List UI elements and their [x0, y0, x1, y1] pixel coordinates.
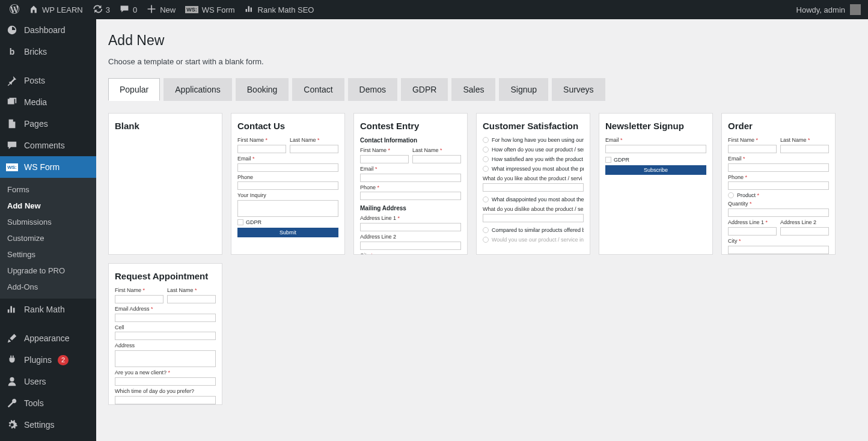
sidebar-label: Comments	[24, 141, 65, 150]
tab-surveys[interactable]: Surveys	[552, 78, 605, 101]
sidebar-item-plugins[interactable]: Plugins 2	[0, 349, 96, 371]
template-order[interactable]: Order First Name * Last Name * Email * P…	[721, 113, 836, 255]
field-input	[728, 246, 829, 254]
updates-count: 3	[106, 5, 110, 14]
sidebar-label: Settings	[24, 420, 55, 430]
field-label: How often do you use our product / serv	[492, 147, 584, 153]
sidebar-item-rankmath[interactable]: Rank Math	[0, 299, 96, 320]
tab-demos[interactable]: Demos	[348, 78, 397, 101]
main-content: Add New Choose a template or start with …	[96, 19, 868, 441]
sidebar-item-posts[interactable]: Posts	[0, 70, 96, 91]
sidebar-item-settings[interactable]: Settings	[0, 414, 96, 436]
template-request-appointment[interactable]: Request Appointment First Name * Last Na…	[108, 263, 222, 405]
sidebar-item-pages[interactable]: Pages	[0, 113, 96, 135]
field-input	[728, 145, 777, 153]
field-input	[780, 145, 829, 153]
field-label: Quantity *	[728, 201, 829, 207]
sidebar-item-bricks[interactable]: bBricks	[0, 41, 96, 62]
admin-topbar: WP LEARN 3 0 New WS:WS Form Rank Math SE…	[0, 0, 868, 19]
sidebar-item-comments[interactable]: Comments	[0, 135, 96, 156]
wsform-topbar-link[interactable]: WS:WS Form	[180, 0, 239, 19]
sidebar-item-media[interactable]: Media	[0, 91, 96, 113]
field-label: Which time of day do you prefer?	[115, 388, 216, 395]
sidebar-item-wsform[interactable]: WS:WS Form	[0, 156, 96, 178]
new-label: New	[160, 5, 176, 14]
field-label: Email *	[237, 156, 338, 162]
chart-icon	[245, 4, 254, 16]
page-title: Add New	[108, 32, 856, 49]
subscribe-button-preview: Subscribe	[605, 165, 706, 175]
template-title: Contact Us	[237, 121, 338, 131]
sidebar-sub-forms[interactable]: Forms	[0, 181, 96, 198]
plus-icon	[147, 4, 156, 16]
checkbox-icon	[605, 157, 611, 163]
rankmath-topbar-link[interactable]: Rank Math SEO	[240, 0, 319, 19]
sidebar-sub-addons[interactable]: Add-Ons	[0, 279, 96, 295]
new-link[interactable]: New	[142, 0, 180, 19]
tab-sales[interactable]: Sales	[451, 78, 495, 101]
topbar-right[interactable]: Howdy, admin	[796, 4, 863, 15]
sidebar-sub-addnew[interactable]: Add New	[0, 198, 96, 214]
field-label: Product *	[737, 192, 759, 198]
field-input	[412, 155, 461, 163]
tab-booking[interactable]: Booking	[236, 78, 289, 101]
tab-applications[interactable]: Applications	[164, 78, 232, 101]
field-input	[290, 145, 338, 153]
field-label: What disappointed you most about the	[492, 196, 584, 202]
sidebar-label: Pages	[24, 119, 48, 129]
radio-icon	[728, 192, 734, 198]
updates-link[interactable]: 3	[88, 0, 115, 19]
sidebar-item-appearance[interactable]: Appearance	[0, 327, 96, 349]
user-icon	[6, 376, 18, 388]
sidebar-sub-settings[interactable]: Settings	[0, 246, 96, 263]
page-icon	[6, 118, 18, 130]
radio-icon	[483, 147, 489, 153]
field-textarea	[115, 350, 216, 367]
comments-count: 0	[133, 5, 137, 14]
field-label: City *	[728, 238, 829, 245]
template-contact-us[interactable]: Contact Us First Name * Last Name * Emai…	[231, 113, 345, 255]
section-heading: Contact Information	[360, 137, 461, 144]
sidebar-item-users[interactable]: Users	[0, 371, 96, 392]
field-label: Last Name *	[412, 147, 461, 154]
site-name-link[interactable]: WP LEARN	[24, 0, 88, 19]
sidebar-item-tools[interactable]: Tools	[0, 392, 96, 414]
field-label: First Name *	[728, 137, 777, 144]
tab-contact[interactable]: Contact	[292, 78, 344, 101]
field-label: Last Name *	[780, 137, 829, 144]
comments-link[interactable]: 0	[115, 0, 142, 19]
sidebar-sub-customize[interactable]: Customize	[0, 230, 96, 246]
field-label: Email *	[605, 137, 706, 144]
template-contest-entry[interactable]: Contest Entry Contact Information First …	[353, 113, 468, 255]
field-label: Address Line 1 *	[728, 219, 777, 226]
brush-icon	[6, 332, 18, 344]
template-newsletter-signup[interactable]: Newsletter Signup Email * GDPR Subscribe	[599, 113, 713, 255]
comment-icon	[120, 4, 129, 16]
field-input	[728, 208, 829, 217]
field-label: Last Name *	[167, 287, 216, 294]
sidebar-item-dashboard[interactable]: Dashboard	[0, 19, 96, 41]
field-label: Your Inquiry	[237, 192, 338, 199]
tab-popular[interactable]: Popular	[108, 78, 160, 101]
wp-logo-menu[interactable]	[5, 0, 24, 19]
field-label: What impressed you most about the pro	[492, 166, 584, 172]
field-input	[167, 295, 216, 303]
radio-icon	[483, 137, 489, 143]
template-blank[interactable]: Blank	[108, 113, 222, 255]
field-label: Phone	[237, 174, 338, 181]
field-label: Email *	[360, 166, 461, 172]
sidebar-label: Media	[24, 97, 47, 107]
home-icon	[29, 4, 38, 16]
avatar-icon	[850, 4, 861, 15]
field-input	[115, 332, 216, 340]
field-input	[115, 377, 216, 386]
template-customer-satisfaction[interactable]: Customer Satisfaction For how long have …	[476, 113, 590, 255]
wsform-label: WS Form	[202, 5, 235, 14]
tab-signup[interactable]: Signup	[499, 78, 548, 101]
comment-icon	[6, 139, 18, 151]
field-label: Would you use our product / service in t	[492, 237, 584, 243]
tab-gdpr[interactable]: GDPR	[401, 78, 448, 101]
field-label: For how long have you been using our p	[492, 137, 584, 143]
sidebar-sub-submissions[interactable]: Submissions	[0, 214, 96, 230]
sidebar-sub-upgrade[interactable]: Upgrade to PRO	[0, 263, 96, 279]
